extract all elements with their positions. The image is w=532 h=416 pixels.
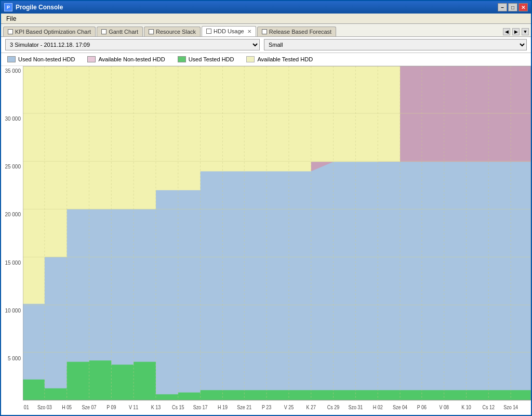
- title-bar: P Progile Console – □ ✕: [1, 1, 531, 14]
- tab-nav-left[interactable]: ◀: [503, 28, 510, 35]
- legend-used-non-tested: Used Non-tested HDD: [7, 56, 75, 62]
- svg-text:Sze 04: Sze 04: [393, 404, 407, 410]
- tab-gantt-checkbox[interactable]: [101, 29, 107, 34]
- legend-label-used-non-tested: Used Non-tested HDD: [18, 56, 75, 62]
- app-icon: P: [4, 3, 12, 11]
- tab-kpi[interactable]: KPI Based Optimization Chart: [3, 27, 96, 36]
- tab-release-forecast-checkbox[interactable]: [262, 29, 267, 34]
- y-label-25000: 25 000: [3, 164, 21, 170]
- tab-resource-slack-checkbox[interactable]: [149, 29, 154, 34]
- main-window: P Progile Console – □ ✕ File KPI Based O…: [0, 0, 532, 416]
- svg-text:Cs 12: Cs 12: [483, 404, 495, 410]
- legend-swatch-avail-non-tested: [87, 56, 96, 62]
- svg-text:K 27: K 27: [307, 404, 316, 410]
- svg-text:H 02: H 02: [373, 404, 383, 410]
- chart-legend: Used Non-tested HDD Available Non-tested…: [1, 53, 531, 66]
- svg-text:Cs 15: Cs 15: [172, 404, 184, 410]
- legend-avail-non-tested: Available Non-tested HDD: [87, 56, 165, 62]
- svg-text:V 11: V 11: [129, 404, 138, 410]
- chart-inner: Cs 01 Szo 03 H 05 Sze 07 P 09 V 11 K 13 …: [23, 66, 531, 415]
- tab-kpi-checkbox[interactable]: [8, 29, 13, 34]
- y-label-10000: 10 000: [3, 308, 21, 314]
- svg-text:V 08: V 08: [439, 404, 448, 410]
- svg-text:P 09: P 09: [107, 404, 116, 410]
- tab-release-forecast-label: Release Based Forecast: [269, 29, 331, 35]
- close-button[interactable]: ✕: [518, 3, 528, 11]
- svg-text:Sze 21: Sze 21: [237, 404, 251, 410]
- tab-release-forecast[interactable]: Release Based Forecast: [257, 27, 336, 36]
- svg-text:Szo 14: Szo 14: [503, 404, 518, 410]
- svg-text:Cs 01: Cs 01: [23, 404, 29, 410]
- svg-text:Szo 17: Szo 17: [193, 404, 208, 410]
- tab-resource-slack[interactable]: Resource Slack: [144, 27, 201, 36]
- tab-gantt-label: Gantt Chart: [109, 29, 138, 35]
- tab-controls: ◀ ▶ ▼: [503, 28, 529, 36]
- svg-text:P 06: P 06: [417, 404, 427, 410]
- svg-text:H 19: H 19: [218, 404, 228, 410]
- y-label-5000: 5 000: [3, 356, 21, 361]
- tab-menu[interactable]: ▼: [522, 28, 529, 35]
- tab-hdd-usage-close[interactable]: ✕: [247, 29, 251, 34]
- tab-hdd-usage-checkbox[interactable]: [206, 29, 211, 34]
- tab-bar: KPI Based Optimization Chart Gantt Chart…: [1, 24, 531, 37]
- svg-text:P 23: P 23: [262, 404, 271, 410]
- window-title: Progile Console: [16, 4, 63, 11]
- minimize-button[interactable]: –: [498, 3, 507, 11]
- tab-resource-slack-label: Resource Slack: [156, 29, 196, 35]
- svg-text:H 05: H 05: [62, 404, 72, 410]
- menu-bar: File: [1, 14, 531, 24]
- toolbar: 3 Simulator - 2011.12.18. 17:09 Small Me…: [1, 37, 531, 53]
- tab-hdd-usage-label: HDD Usage: [214, 28, 244, 34]
- restore-button[interactable]: □: [508, 3, 517, 11]
- svg-text:K 13: K 13: [151, 404, 161, 410]
- file-menu[interactable]: File: [3, 15, 19, 23]
- y-label-35000: 35 000: [3, 68, 21, 74]
- legend-label-avail-tested: Available Tested HDD: [257, 56, 313, 62]
- svg-text:K 10: K 10: [461, 404, 471, 410]
- tab-hdd-usage[interactable]: HDD Usage ✕: [202, 26, 256, 36]
- y-label-15000: 15 000: [3, 260, 21, 266]
- legend-avail-tested: Available Tested HDD: [246, 56, 313, 62]
- legend-swatch-avail-tested: [246, 56, 255, 62]
- size-select[interactable]: Small Medium Large: [264, 39, 527, 50]
- svg-text:Sze 07: Sze 07: [82, 404, 97, 410]
- y-axis: 35 000 30 000 25 000 20 000 15 000 10 00…: [1, 66, 23, 415]
- simulator-select[interactable]: 3 Simulator - 2011.12.18. 17:09: [5, 39, 260, 50]
- y-label-30000: 30 000: [3, 116, 21, 122]
- tab-nav-right[interactable]: ▶: [512, 28, 520, 35]
- svg-text:Szo 03: Szo 03: [37, 404, 52, 410]
- legend-used-tested: Used Tested HDD: [178, 56, 234, 62]
- legend-swatch-used-non-tested: [7, 56, 16, 62]
- svg-text:Cs 29: Cs 29: [327, 404, 339, 410]
- y-label-20000: 20 000: [3, 212, 21, 217]
- chart-svg: Cs 01 Szo 03 H 05 Sze 07 P 09 V 11 K 13 …: [23, 66, 531, 415]
- legend-label-avail-non-tested: Available Non-tested HDD: [98, 56, 165, 62]
- svg-text:V 25: V 25: [284, 404, 294, 410]
- legend-swatch-used-tested: [178, 56, 186, 62]
- legend-label-used-tested: Used Tested HDD: [189, 56, 234, 62]
- chart-area: 35 000 30 000 25 000 20 000 15 000 10 00…: [1, 66, 531, 415]
- title-controls: – □ ✕: [498, 3, 528, 11]
- tab-kpi-label: KPI Based Optimization Chart: [15, 29, 91, 35]
- svg-text:Szo 31: Szo 31: [348, 404, 363, 410]
- tab-gantt[interactable]: Gantt Chart: [97, 27, 143, 36]
- title-bar-left: P Progile Console: [4, 3, 63, 11]
